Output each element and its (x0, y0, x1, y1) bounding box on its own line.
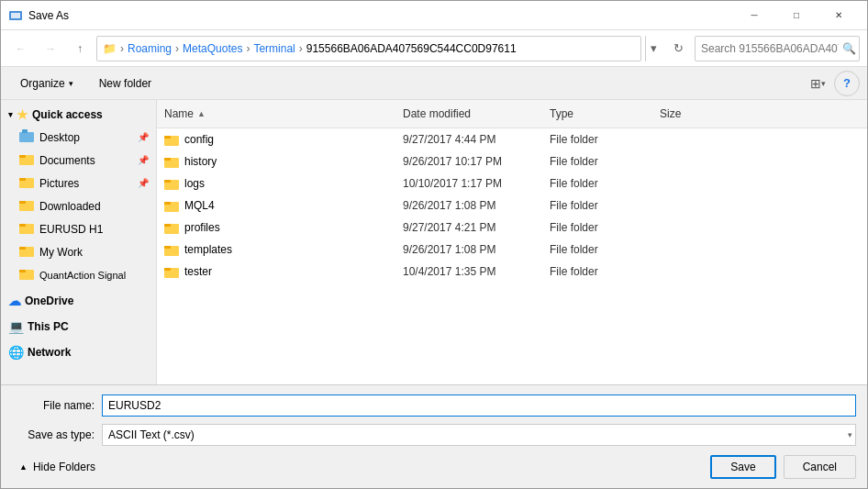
sidebar-item-quantaction[interactable]: QuantAction Signal (1, 263, 156, 286)
thispc-item[interactable]: 💻 This PC (1, 316, 156, 338)
svg-rect-5 (19, 155, 26, 158)
thispc-icon: 💻 (8, 319, 24, 334)
svg-rect-3 (22, 129, 28, 133)
cancel-button[interactable]: Cancel (784, 455, 856, 479)
file-date: 9/26/2017 1:08 PM (395, 240, 542, 259)
documents-folder-icon (19, 152, 34, 168)
file-list-header: Name ▲ Date modified Type Size (157, 100, 867, 128)
sidebar-item-eurusd[interactable]: EURUSD H1 (1, 217, 156, 240)
column-date[interactable]: Date modified (395, 104, 542, 124)
new-folder-label: New folder (99, 77, 151, 90)
table-row[interactable]: templates 9/26/2017 1:08 PM File folder (157, 239, 867, 261)
view-toggle-button[interactable]: ⊞ ▾ (805, 71, 830, 96)
breadcrumb-metaquotes[interactable]: MetaQuotes (183, 42, 242, 55)
svg-rect-21 (164, 180, 171, 183)
save-button[interactable]: Save (710, 455, 775, 479)
breadcrumb-bar[interactable]: 📁 › Roaming › MetaQuotes › Terminal › 91… (96, 36, 641, 61)
title-bar-buttons: ─ □ ✕ (733, 1, 860, 30)
file-name-cell: logs (157, 174, 395, 193)
close-button[interactable]: ✕ (818, 1, 860, 30)
thispc-label: This PC (28, 320, 69, 333)
breadcrumb-dropdown-button[interactable]: ▾ (645, 36, 662, 61)
breadcrumb-terminal[interactable]: Terminal (253, 42, 295, 55)
folder-icon (164, 199, 179, 212)
file-type: File folder (542, 240, 652, 259)
file-date: 9/26/2017 1:08 PM (395, 196, 542, 215)
file-list: Name ▲ Date modified Type Size c (157, 100, 867, 384)
network-item[interactable]: 🌐 Network (1, 341, 156, 363)
sidebar-item-mywork[interactable]: My Work (1, 240, 156, 263)
eurusd-folder-icon (19, 221, 34, 237)
filename-row: File name: (12, 395, 856, 417)
table-row[interactable]: history 9/26/2017 10:17 PM File folder (157, 150, 867, 172)
minimize-button[interactable]: ─ (733, 1, 775, 30)
file-date: 9/26/2017 10:17 PM (395, 152, 542, 171)
organize-button[interactable]: Organize ▾ (8, 71, 85, 96)
breadcrumb-content: 📁 › Roaming › MetaQuotes › Terminal › 91… (103, 42, 517, 55)
column-name[interactable]: Name ▲ (157, 104, 395, 124)
file-name: profiles (184, 221, 220, 234)
desktop-folder-icon (19, 129, 34, 145)
filetype-select[interactable]: ASCII Text (*.csv) (102, 424, 856, 446)
title-bar: Save As ─ □ ✕ (1, 1, 867, 30)
file-name: templates (184, 243, 232, 256)
svg-rect-9 (19, 201, 26, 204)
sidebar-section-thispc: 💻 This PC (1, 316, 156, 338)
dialog-icon (8, 8, 23, 23)
search-icon: 🔍 (842, 42, 856, 55)
table-row[interactable]: logs 10/10/2017 1:17 PM File folder (157, 172, 867, 194)
svg-rect-15 (19, 270, 26, 272)
star-icon: ★ (17, 107, 28, 122)
file-name-cell: tester (157, 262, 395, 281)
sidebar-item-downloaded[interactable]: Downloaded (1, 194, 156, 217)
file-size (652, 225, 726, 230)
sidebar-section-onedrive: ☁ OneDrive (1, 290, 156, 312)
table-row[interactable]: profiles 9/27/2017 4:21 PM File folder (157, 217, 867, 239)
hide-folders-button[interactable]: ▲ Hide Folders (12, 457, 103, 477)
quick-access-header[interactable]: ▾ ★ Quick access (1, 104, 156, 126)
chevron-up-icon: ▲ (19, 462, 28, 472)
sort-indicator: ▲ (197, 109, 206, 118)
sidebar-item-desktop[interactable]: Desktop 📌 (1, 126, 156, 149)
column-size[interactable]: Size (652, 104, 726, 124)
sidebar-section-quick-access: ▾ ★ Quick access Desktop 📌 Documents (1, 104, 156, 286)
svg-rect-27 (164, 246, 171, 249)
file-date: 9/27/2017 4:44 PM (395, 130, 542, 149)
quick-access-label: Quick access (32, 108, 103, 121)
downloaded-folder-icon (19, 198, 34, 214)
file-name: config (184, 133, 214, 146)
sidebar-item-pictures[interactable]: Pictures 📌 (1, 172, 156, 194)
network-icon: 🌐 (8, 345, 24, 360)
sidebar-pictures-label: Pictures (39, 177, 79, 190)
new-folder-button[interactable]: New folder (87, 71, 163, 96)
bottom-panel: File name: Save as type: ASCII Text (*.c… (1, 384, 867, 488)
breadcrumb-roaming[interactable]: Roaming (128, 42, 172, 55)
main-content: ▾ ★ Quick access Desktop 📌 Documents (1, 100, 867, 384)
sidebar-mywork-label: My Work (39, 246, 83, 259)
file-type: File folder (542, 174, 652, 193)
table-row[interactable]: tester 10/4/2017 1:35 PM File folder (157, 261, 867, 283)
svg-rect-13 (19, 247, 26, 250)
forward-button[interactable]: → (38, 36, 63, 61)
file-size (652, 181, 726, 186)
up-button[interactable]: ↑ (67, 36, 93, 61)
file-name: history (184, 155, 217, 168)
onedrive-item[interactable]: ☁ OneDrive (1, 290, 156, 312)
column-type[interactable]: Type (542, 104, 652, 124)
table-row[interactable]: config 9/27/2017 4:44 PM File folder (157, 128, 867, 150)
sidebar-section-network: 🌐 Network (1, 341, 156, 363)
sidebar-item-documents[interactable]: Documents 📌 (1, 149, 156, 172)
svg-rect-17 (164, 136, 171, 139)
refresh-button[interactable]: ↻ (665, 36, 691, 61)
filename-input[interactable] (102, 395, 856, 417)
file-name-cell: profiles (157, 218, 395, 237)
table-row[interactable]: MQL4 9/26/2017 1:08 PM File folder (157, 194, 867, 217)
file-type: File folder (542, 262, 652, 281)
back-button[interactable]: ← (8, 36, 34, 61)
onedrive-label: OneDrive (25, 295, 73, 307)
svg-rect-23 (164, 202, 171, 205)
maximize-button[interactable]: □ (775, 1, 818, 30)
search-input[interactable] (701, 42, 839, 55)
help-button[interactable]: ? (834, 71, 860, 96)
hide-folders-label: Hide Folders (33, 461, 95, 473)
